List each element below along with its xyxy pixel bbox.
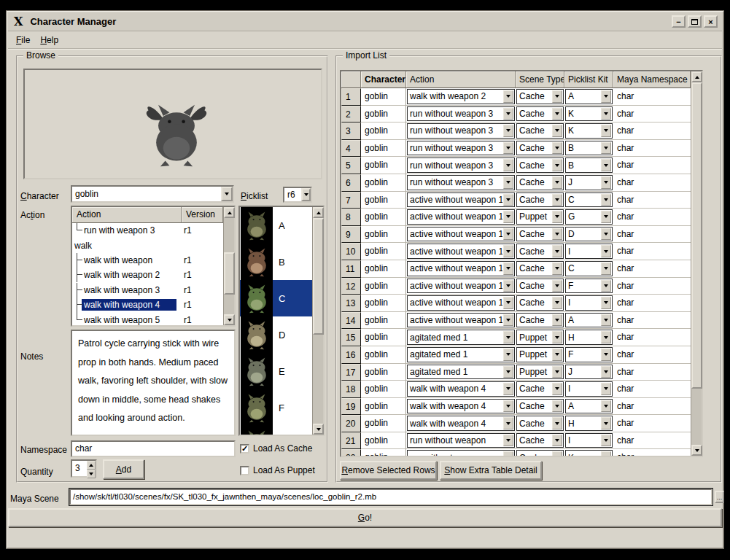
chevron-down-icon[interactable] bbox=[601, 176, 611, 189]
table-row[interactable]: 3goblin run without weapon 3 Cache K cha… bbox=[341, 122, 691, 140]
chevron-down-icon[interactable] bbox=[503, 108, 513, 120]
chevron-down-icon[interactable] bbox=[552, 451, 562, 456]
action-tree-row[interactable]: walk bbox=[72, 238, 223, 252]
picklist-kit-combobox[interactable]: A bbox=[565, 399, 613, 414]
scroll-down-icon[interactable] bbox=[224, 314, 235, 325]
picklist-kit-combobox[interactable]: I bbox=[565, 433, 613, 448]
cell-maya-namespace[interactable]: char bbox=[613, 88, 691, 106]
scene-type-combobox[interactable]: Puppet bbox=[516, 365, 564, 380]
row-number[interactable]: 20 bbox=[341, 415, 361, 432]
row-number[interactable]: 17 bbox=[341, 364, 361, 381]
close-button[interactable]: × bbox=[704, 15, 718, 28]
chevron-down-icon[interactable] bbox=[503, 245, 513, 257]
row-number[interactable]: 12 bbox=[341, 278, 361, 295]
chevron-down-icon[interactable] bbox=[552, 262, 562, 275]
scene-type-combobox[interactable]: Cache bbox=[516, 141, 564, 156]
cell-maya-namespace[interactable]: char bbox=[613, 243, 691, 260]
picklist-kit-combobox[interactable]: C bbox=[565, 261, 613, 276]
scene-type-combobox[interactable]: Cache bbox=[516, 89, 564, 104]
action-name[interactable]: walk with weapon 4 bbox=[82, 299, 176, 311]
chevron-down-icon[interactable] bbox=[601, 280, 611, 292]
row-number[interactable]: 10 bbox=[341, 243, 361, 260]
scene-type-combobox[interactable]: Cache bbox=[516, 227, 564, 242]
scrollbar-thumb[interactable] bbox=[691, 82, 702, 389]
table-row[interactable]: 16goblin agitated med 1 Puppet F char bbox=[341, 346, 691, 364]
scene-type-combobox[interactable]: Cache bbox=[516, 433, 564, 448]
cell-character[interactable]: goblin bbox=[361, 260, 406, 278]
chevron-down-icon[interactable] bbox=[503, 142, 513, 155]
picklist-kit-combobox[interactable]: F bbox=[565, 347, 613, 362]
chevron-down-icon[interactable] bbox=[552, 417, 562, 429]
cell-character[interactable]: goblin bbox=[361, 106, 406, 123]
picklist-thumbnail-item[interactable]: D bbox=[240, 316, 312, 353]
scroll-up-icon[interactable] bbox=[691, 71, 702, 82]
chevron-down-icon[interactable] bbox=[601, 228, 611, 241]
chevron-down-icon[interactable] bbox=[221, 187, 233, 201]
action-combobox[interactable]: agitated med 1 bbox=[407, 365, 515, 380]
cell-character[interactable]: goblin bbox=[361, 364, 406, 381]
cell-character[interactable]: goblin bbox=[361, 174, 406, 192]
table-row[interactable]: 12goblin active without weapon 1 Cache F… bbox=[341, 278, 691, 295]
load-as-puppet-checkbox[interactable]: Load As Puppet bbox=[240, 465, 315, 475]
minimize-button[interactable]: − bbox=[672, 15, 686, 28]
chevron-down-icon[interactable] bbox=[552, 435, 562, 447]
row-number[interactable]: 6 bbox=[341, 174, 361, 192]
action-name[interactable]: walk with weapon bbox=[82, 254, 155, 266]
row-number[interactable]: 19 bbox=[341, 398, 361, 416]
cell-maya-namespace[interactable]: char bbox=[613, 122, 691, 140]
chevron-down-icon[interactable] bbox=[503, 125, 513, 137]
remove-selected-rows-button[interactable]: Remove Selected Rows bbox=[340, 461, 437, 480]
scene-type-combobox[interactable]: Cache bbox=[516, 313, 564, 328]
action-combobox[interactable]: active without weapon 1 bbox=[407, 295, 515, 311]
cell-maya-namespace[interactable]: char bbox=[613, 432, 691, 450]
table-row[interactable]: 10goblin active without weapon 1 Cache I… bbox=[341, 243, 691, 260]
chevron-down-icon[interactable] bbox=[601, 349, 611, 361]
action-name[interactable]: walk with weapon 5 bbox=[82, 314, 162, 325]
row-number[interactable]: 9 bbox=[341, 226, 361, 244]
row-number[interactable]: 3 bbox=[341, 122, 361, 140]
scene-type-combobox[interactable]: Cache bbox=[516, 106, 564, 122]
chevron-down-icon[interactable] bbox=[503, 366, 513, 378]
row-number[interactable]: 5 bbox=[341, 157, 361, 174]
goblin-thumbnail-image[interactable] bbox=[241, 207, 273, 244]
cell-character[interactable]: goblin bbox=[361, 140, 406, 158]
chevron-down-icon[interactable] bbox=[552, 159, 562, 171]
picklist-kit-combobox[interactable]: I bbox=[565, 295, 613, 311]
scene-type-column-header[interactable]: Scene Type bbox=[516, 71, 564, 88]
picklist-kit-combobox[interactable]: I bbox=[565, 381, 613, 397]
chevron-down-icon[interactable] bbox=[552, 194, 562, 206]
chevron-down-icon[interactable] bbox=[601, 400, 611, 413]
cell-character[interactable]: goblin bbox=[361, 157, 406, 174]
chevron-down-icon[interactable] bbox=[552, 176, 562, 189]
picklist-kit-combobox[interactable]: B bbox=[565, 141, 613, 156]
chevron-down-icon[interactable] bbox=[503, 383, 513, 395]
action-combobox[interactable]: run without weapon 3 bbox=[407, 175, 515, 190]
scene-type-combobox[interactable]: Cache bbox=[516, 399, 564, 414]
row-number[interactable]: 2 bbox=[341, 106, 361, 123]
action-combobox[interactable]: run without weapon bbox=[407, 450, 515, 456]
menu-help[interactable]: Help bbox=[35, 34, 63, 47]
cell-character[interactable]: goblin bbox=[361, 398, 406, 416]
go-button[interactable]: Go! bbox=[8, 508, 722, 527]
table-row[interactable]: 19goblin walk with weapon 4 Cache A char bbox=[341, 398, 691, 416]
row-number[interactable]: 14 bbox=[341, 312, 361, 330]
chevron-down-icon[interactable] bbox=[601, 108, 611, 120]
action-combobox[interactable]: active without weapon 1 bbox=[407, 192, 515, 208]
cell-maya-namespace[interactable]: char bbox=[613, 140, 691, 158]
scene-type-combobox[interactable]: Cache bbox=[516, 416, 564, 431]
cell-maya-namespace[interactable]: char bbox=[613, 278, 691, 295]
cell-character[interactable]: goblin bbox=[361, 295, 406, 312]
scene-type-combobox[interactable]: Cache bbox=[516, 175, 564, 190]
action-name[interactable]: walk bbox=[72, 240, 94, 252]
cell-maya-namespace[interactable]: char bbox=[613, 364, 691, 381]
chevron-down-icon[interactable] bbox=[601, 159, 611, 171]
cell-maya-namespace[interactable]: char bbox=[613, 329, 691, 346]
scroll-down-icon[interactable] bbox=[313, 424, 324, 435]
row-number[interactable]: 18 bbox=[341, 381, 361, 398]
cell-maya-namespace[interactable]: char bbox=[613, 295, 691, 312]
table-row[interactable]: 22goblin run without weapon Cache K char bbox=[341, 449, 691, 456]
chevron-down-icon[interactable] bbox=[601, 245, 611, 257]
cell-character[interactable]: goblin bbox=[361, 243, 406, 260]
row-number[interactable]: 7 bbox=[341, 192, 361, 209]
cell-maya-namespace[interactable]: char bbox=[613, 157, 691, 174]
